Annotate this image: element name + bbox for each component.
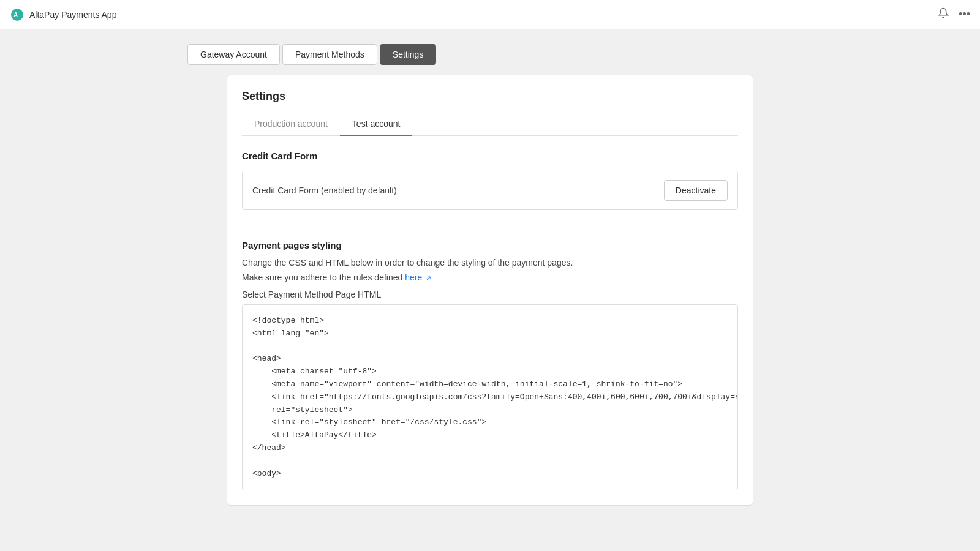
credit-card-section: Credit Card Form Credit Card Form (enabl… xyxy=(242,151,738,210)
external-link-icon: ↗ xyxy=(426,274,431,282)
payment-pages-section: Payment pages styling Change the CSS and… xyxy=(242,240,738,490)
tab-test-account[interactable]: Test account xyxy=(340,113,413,136)
code-content: <!doctype html> <html lang="en"> <head> … xyxy=(252,316,738,478)
settings-card: Settings Production account Test account… xyxy=(227,75,753,506)
credit-card-form-row: Credit Card Form (enabled by default) De… xyxy=(242,171,738,210)
credit-card-form-label: Credit Card Form (enabled by default) xyxy=(252,186,397,195)
more-options-icon[interactable]: ••• xyxy=(959,8,970,21)
main-content: Gateway Account Payment Methods Settings… xyxy=(0,29,980,520)
settings-title: Settings xyxy=(242,90,738,103)
app-title: AltaPay Payments App xyxy=(29,10,116,20)
payment-pages-rule: Make sure you adhere to the rules define… xyxy=(242,272,738,282)
top-tab-bar: Gateway Account Payment Methods Settings xyxy=(10,44,970,65)
app-logo-icon: A xyxy=(10,7,24,22)
settings-body: Credit Card Form Credit Card Form (enabl… xyxy=(227,136,753,505)
payment-pages-description: Change the CSS and HTML below in order t… xyxy=(242,258,738,268)
select-payment-label: Select Payment Method Page HTML xyxy=(242,290,738,299)
app-header-right: ••• xyxy=(938,7,970,21)
rule-text: Make sure you adhere to the rules define… xyxy=(242,272,405,282)
settings-card-header: Settings Production account Test account xyxy=(227,75,753,136)
tab-payment-methods[interactable]: Payment Methods xyxy=(282,44,377,65)
credit-card-section-title: Credit Card Form xyxy=(242,151,738,161)
tab-production-account[interactable]: Production account xyxy=(242,113,340,136)
bell-icon[interactable] xyxy=(938,7,949,21)
deactivate-button[interactable]: Deactivate xyxy=(664,180,728,201)
app-header-left: A AltaPay Payments App xyxy=(10,7,116,22)
app-header: A AltaPay Payments App ••• xyxy=(0,0,980,29)
svg-text:A: A xyxy=(13,12,18,18)
tab-gateway-account[interactable]: Gateway Account xyxy=(187,44,280,65)
section-divider xyxy=(242,225,738,225)
code-editor[interactable]: <!doctype html> <html lang="en"> <head> … xyxy=(242,304,738,490)
tab-settings[interactable]: Settings xyxy=(380,44,437,65)
inner-tab-bar: Production account Test account xyxy=(242,113,738,136)
rule-link[interactable]: here xyxy=(405,272,422,282)
payment-pages-title: Payment pages styling xyxy=(242,240,738,250)
